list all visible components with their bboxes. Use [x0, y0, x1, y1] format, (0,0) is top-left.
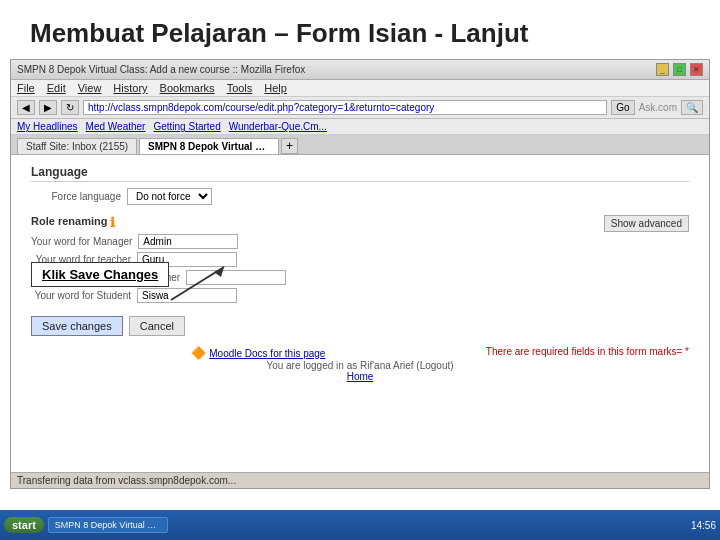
start-button[interactable]: start — [4, 517, 44, 533]
forward-button[interactable]: ▶ — [39, 100, 57, 115]
clock: 14:56 — [691, 520, 716, 531]
required-notice: There are required fields in this form m… — [486, 346, 689, 357]
browser-titlebar: SMPN 8 Depok Virtual Class: Add a new co… — [11, 60, 709, 80]
maximize-button[interactable]: □ — [673, 63, 686, 76]
search-label: Ask.com — [639, 102, 677, 113]
go-button[interactable]: Go — [611, 100, 634, 115]
force-language-label: Force language — [31, 191, 121, 202]
menu-history[interactable]: History — [113, 82, 147, 94]
reload-button[interactable]: ↻ — [61, 100, 79, 115]
browser-window: SMPN 8 Depok Virtual Class: Add a new co… — [10, 59, 710, 489]
taskbar-item-0[interactable]: SMPN 8 Depok Virtual Class: Ad... — [48, 517, 168, 533]
force-language-select[interactable]: Do not force English Indonesian — [127, 188, 212, 205]
address-bar: ◀ ▶ ↻ Go Ask.com 🔍 — [11, 97, 709, 119]
force-language-row: Force language Do not force English Indo… — [31, 188, 689, 205]
logged-in-text: You are logged in as Rif'ana Arief (Logo… — [31, 360, 689, 371]
menu-view[interactable]: View — [78, 82, 102, 94]
role-row-0: Your word for Manager — [31, 234, 604, 249]
tab-bar: Staff Site: Inbox (2155) SMPN 8 Depok Vi… — [11, 135, 709, 155]
taskbar: start SMPN 8 Depok Virtual Class: Ad... … — [0, 510, 720, 540]
role-renaming-help-icon: ℹ — [110, 215, 115, 230]
save-changes-button[interactable]: Save changes — [31, 316, 123, 336]
taskbar-right: 14:56 — [691, 520, 716, 531]
search-button[interactable]: 🔍 — [681, 100, 703, 115]
language-section: Language Force language Do not force Eng… — [31, 165, 689, 205]
close-button[interactable]: ✕ — [690, 63, 703, 76]
role-renaming-title: Role renaming ℹ — [31, 215, 689, 230]
home-link[interactable]: Home — [347, 371, 374, 382]
bookmarks-bar: My Headlines Med Weather Getting Started… — [11, 119, 709, 135]
bookmark-0[interactable]: My Headlines — [17, 121, 78, 132]
show-advanced-button[interactable]: Show advanced — [604, 215, 689, 232]
language-section-title: Language — [31, 165, 689, 182]
menu-bookmarks[interactable]: Bookmarks — [160, 82, 215, 94]
menu-edit[interactable]: Edit — [47, 82, 66, 94]
role-input-0[interactable] — [138, 234, 238, 249]
browser-title: SMPN 8 Depok Virtual Class: Add a new co… — [17, 64, 652, 75]
status-bar: Transferring data from vclass.smpn8depok… — [11, 472, 709, 488]
back-button[interactable]: ◀ — [17, 100, 35, 115]
slide-title: Membuat Pelajaran – Form Isian - Lanjut — [0, 0, 720, 59]
menu-tools[interactable]: Tools — [227, 82, 253, 94]
bookmark-1[interactable]: Med Weather — [86, 121, 146, 132]
bookmark-2[interactable]: Getting Started — [153, 121, 220, 132]
buttons-row: Save changes Cancel — [31, 316, 689, 336]
svg-marker-1 — [214, 267, 224, 277]
callout-arrow-icon — [169, 262, 229, 302]
moodle-icon: 🔶 — [191, 346, 206, 360]
page-content: Language Force language Do not force Eng… — [11, 155, 709, 472]
minimize-button[interactable]: _ — [656, 63, 669, 76]
tab-0[interactable]: Staff Site: Inbox (2155) — [17, 138, 137, 154]
menu-help[interactable]: Help — [264, 82, 287, 94]
new-tab-button[interactable]: + — [281, 138, 298, 154]
callout-wrap: Klik Save Changes — [31, 262, 689, 302]
callout-label: Klik Save Changes — [31, 262, 169, 287]
address-input[interactable] — [83, 100, 607, 115]
moodle-docs-link[interactable]: Moodle Docs for this page — [209, 348, 325, 359]
bookmark-3[interactable]: Wunderbar-Que.Cm... — [229, 121, 327, 132]
cancel-button[interactable]: Cancel — [129, 316, 185, 336]
role-label-0: Your word for Manager — [31, 235, 132, 248]
menu-file[interactable]: File — [17, 82, 35, 94]
tab-1[interactable]: SMPN 8 Depok Virtual Class: Add ... — [139, 138, 279, 154]
menu-bar: File Edit View History Bookmarks Tools H… — [11, 80, 709, 97]
status-text: Transferring data from vclass.smpn8depok… — [17, 475, 236, 486]
